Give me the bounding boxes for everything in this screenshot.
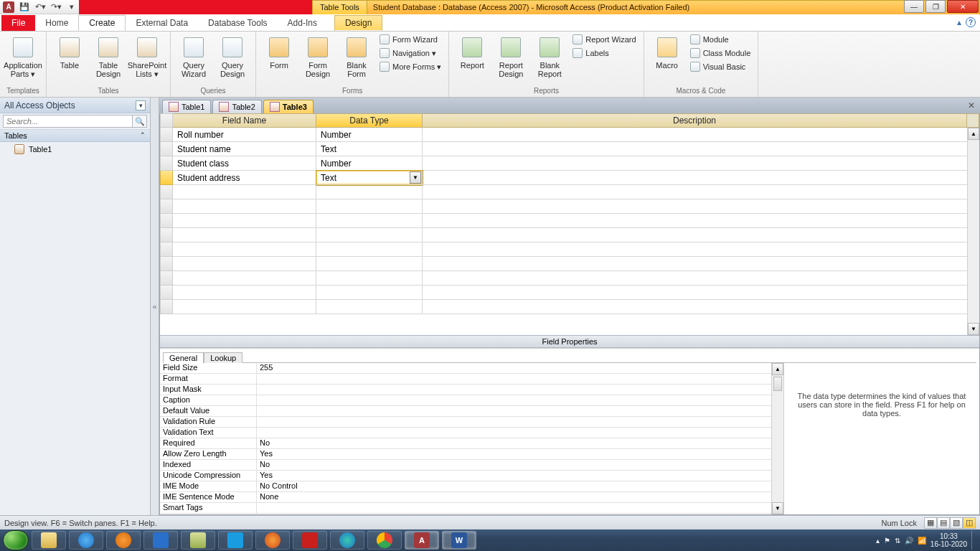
fp-row[interactable]: Smart Tags (160, 503, 783, 514)
tab-design[interactable]: Design (334, 15, 382, 31)
cell-description[interactable] (423, 242, 979, 257)
cell-field-name[interactable] (173, 300, 316, 314)
taskbar-edge[interactable] (330, 531, 364, 550)
close-tab-icon[interactable]: ✕ (966, 100, 977, 111)
cell-field-name[interactable]: Student address (173, 171, 316, 185)
cell-field-name[interactable] (173, 214, 316, 228)
fp-value[interactable] (257, 503, 783, 513)
blank-form-button[interactable]: Blank Form (338, 33, 375, 81)
cell-description[interactable] (423, 128, 979, 142)
design-grid-row[interactable] (160, 185, 979, 199)
cell-data-type[interactable]: Number (316, 156, 423, 171)
taskbar-ie[interactable] (69, 531, 103, 550)
row-selector[interactable] (160, 242, 173, 257)
fp-value[interactable] (257, 406, 783, 416)
report-design-button[interactable]: Report Design (492, 33, 529, 81)
query-design-button[interactable]: Query Design (214, 33, 251, 81)
fp-row[interactable]: IME Sentence ModeNone (160, 492, 783, 503)
col-header-data-type[interactable]: Data Type (316, 113, 423, 128)
cell-description[interactable] (423, 214, 979, 228)
doc-tab-table2[interactable]: Table2 (212, 100, 261, 113)
doc-tab-table3[interactable]: Table3 (263, 100, 314, 113)
fp-value[interactable] (257, 385, 783, 395)
cell-field-name[interactable] (173, 228, 316, 242)
col-header-description[interactable]: Description (423, 113, 967, 128)
tab-file[interactable]: File (1, 15, 35, 31)
tab-database-tools[interactable]: Database Tools (198, 15, 278, 31)
row-selector[interactable] (160, 286, 173, 300)
cell-data-type[interactable] (316, 214, 423, 228)
taskbar-wmp[interactable] (106, 531, 141, 550)
cell-description[interactable] (423, 156, 979, 171)
report-button[interactable]: Report (453, 33, 491, 72)
fp-value[interactable]: Yes (257, 471, 783, 481)
application-parts-button[interactable]: Application Parts ▾ (4, 33, 42, 81)
row-selector[interactable] (160, 142, 173, 156)
nav-header[interactable]: All Access Objects ▾ (0, 98, 150, 113)
design-grid-row[interactable]: Student nameText (160, 142, 979, 156)
more-forms-button[interactable]: More Forms ▾ (377, 60, 444, 73)
cell-data-type[interactable] (316, 185, 423, 199)
cell-description[interactable] (423, 300, 979, 314)
taskbar-app1[interactable] (143, 531, 178, 550)
design-grid-row[interactable]: Roll numberNumber (160, 128, 979, 142)
cell-data-type[interactable] (316, 242, 423, 257)
design-grid-row[interactable] (160, 228, 979, 242)
tab-home[interactable]: Home (35, 15, 78, 31)
cell-field-name[interactable]: Roll number (173, 128, 316, 142)
tab-create[interactable]: Create (78, 15, 126, 31)
select-all-cell[interactable] (160, 113, 173, 128)
cell-data-type[interactable]: Number (316, 128, 423, 142)
design-grid-row[interactable]: Student classNumber (160, 156, 979, 171)
fp-row[interactable]: IME ModeNo Control (160, 481, 783, 492)
fp-row[interactable]: Format (160, 374, 783, 385)
fp-value[interactable]: No (257, 438, 783, 448)
undo-icon[interactable]: ↶▾ (33, 1, 47, 14)
taskbar-chrome[interactable] (367, 531, 402, 550)
datasheet-view-icon[interactable]: ▦ (924, 517, 937, 529)
close-button[interactable]: ✕ (947, 0, 979, 13)
design-grid-row[interactable] (160, 271, 979, 286)
row-selector[interactable] (160, 128, 173, 142)
row-selector[interactable] (160, 199, 173, 214)
nav-dropdown-icon[interactable]: ▾ (136, 100, 146, 110)
design-grid-row[interactable] (160, 242, 979, 257)
design-view-icon[interactable]: ◫ (963, 517, 976, 529)
cell-data-type[interactable] (316, 271, 423, 286)
tray-network-icon[interactable]: ⇅ (895, 537, 900, 545)
start-button[interactable] (3, 530, 29, 550)
cell-description[interactable] (423, 257, 979, 271)
sharepoint-lists-button[interactable]: SharePoint Lists ▾ (128, 33, 166, 81)
visual-basic-button[interactable]: Visual Basic (687, 60, 754, 73)
design-grid-row[interactable] (160, 257, 979, 271)
cell-field-name[interactable] (173, 257, 316, 271)
cell-data-type[interactable] (316, 286, 423, 300)
fp-value[interactable]: Yes (257, 449, 783, 459)
search-input[interactable] (3, 115, 133, 128)
design-grid-row[interactable] (160, 300, 979, 314)
row-selector[interactable] (160, 300, 173, 314)
row-selector[interactable] (160, 171, 173, 185)
labels-button[interactable]: Labels (570, 47, 639, 60)
query-wizard-button[interactable]: Query Wizard (175, 33, 212, 81)
row-selector[interactable] (160, 214, 173, 228)
design-grid-row[interactable]: Student addressText▼ (160, 171, 979, 185)
table-design-button[interactable]: Table Design (90, 33, 127, 81)
fp-tab-lookup[interactable]: Lookup (204, 352, 242, 363)
cell-field-name[interactable] (173, 199, 316, 214)
fp-value[interactable] (257, 428, 783, 438)
cell-data-type[interactable] (316, 300, 423, 314)
scroll-down-icon[interactable]: ▼ (968, 323, 979, 335)
fp-value[interactable]: No Control (257, 481, 783, 491)
fp-row[interactable]: Input Mask (160, 385, 783, 395)
taskbar-explorer[interactable] (32, 531, 66, 550)
nav-section-tables[interactable]: Tables ⌃ (0, 130, 150, 142)
row-selector[interactable] (160, 185, 173, 199)
taskbar-hp[interactable] (218, 531, 253, 550)
cell-field-name[interactable] (173, 271, 316, 286)
row-selector[interactable] (160, 156, 173, 171)
tray-action-center-icon[interactable]: ⚑ (884, 537, 890, 545)
fp-value[interactable]: 255 (257, 363, 783, 373)
doc-tab-table1[interactable]: Table1 (162, 100, 211, 113)
cell-description[interactable] (423, 199, 979, 214)
